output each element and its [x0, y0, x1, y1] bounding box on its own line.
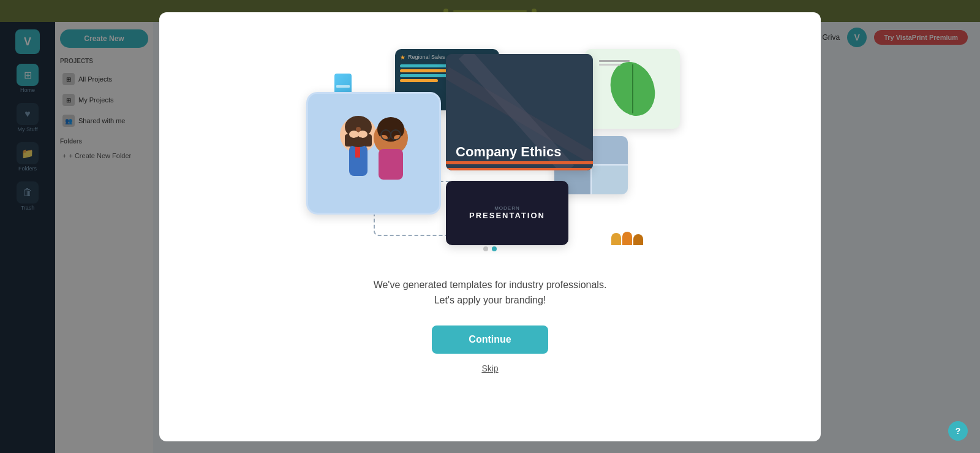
svg-point-4: [349, 131, 359, 138]
regional-sales-label: Regional Sales: [408, 54, 445, 60]
bar-4: [400, 79, 438, 82]
description-line-1: We've generated templates for industry p…: [374, 280, 607, 290]
grid-cell-2: [592, 136, 628, 165]
dot-1[interactable]: [483, 246, 488, 251]
modal-description: We've generated templates for industry p…: [374, 277, 607, 308]
svg-rect-23: [599, 64, 620, 66]
cards-container: ★ Regional Sales: [300, 49, 680, 245]
modern-title-label: PRESENTATION: [469, 211, 545, 220]
avatar-illustration: [318, 101, 429, 205]
regional-star-icon: ★: [400, 54, 405, 61]
carousel-dots: [483, 246, 497, 251]
modern-sub-label: MODERN: [469, 205, 545, 211]
svg-rect-7: [355, 145, 360, 158]
svg-rect-22: [599, 60, 630, 62]
modal-overlay: ★ Regional Sales: [0, 0, 980, 453]
figures: [611, 232, 643, 245]
svg-rect-13: [379, 149, 403, 180]
figure-2: [622, 232, 632, 245]
svg-point-8: [356, 127, 361, 132]
svg-point-9: [350, 137, 367, 147]
grid-cell-4: [592, 166, 628, 194]
modal-dialog: ★ Regional Sales: [159, 12, 821, 441]
company-ethics-card: Company Ethics: [446, 54, 593, 170]
dot-2-active[interactable]: [492, 246, 497, 251]
figure-1: [611, 233, 621, 245]
ethics-accent-bar: [446, 168, 593, 170]
skip-button[interactable]: Skip: [481, 364, 498, 373]
figure-3: [633, 234, 643, 245]
company-ethics-title: Company Ethics: [456, 144, 583, 160]
bar-2: [400, 69, 452, 72]
avatar-card: [306, 92, 441, 215]
green-leaf-illustration: [593, 55, 673, 123]
tower-window: [336, 85, 350, 88]
help-button[interactable]: ?: [948, 421, 968, 441]
continue-button[interactable]: Continue: [432, 325, 548, 354]
svg-point-5: [358, 131, 368, 138]
modern-presentation-card: MODERN PRESENTATION: [446, 181, 568, 245]
description-line-2: Let's apply your branding!: [434, 295, 546, 305]
template-preview: ★ Regional Sales: [196, 37, 784, 257]
modern-inner: MODERN PRESENTATION: [469, 205, 545, 220]
green-card: [585, 49, 680, 129]
